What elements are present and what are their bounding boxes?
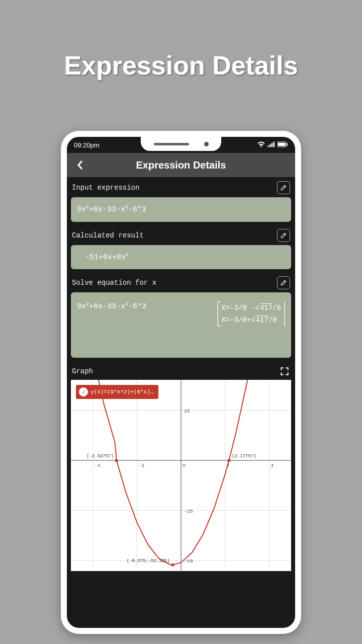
- input-expression-text: 9x2+6x-33-x2-6*3: [77, 205, 146, 214]
- graph-label: Graph: [72, 367, 93, 375]
- svg-text:25: 25: [184, 409, 190, 414]
- input-section-header: Input expression: [67, 177, 295, 197]
- svg-point-24: [227, 459, 230, 462]
- wifi-icon: [257, 141, 265, 149]
- edit-input-button[interactable]: [277, 181, 290, 194]
- signal-icon: [267, 141, 275, 149]
- svg-rect-2: [287, 143, 288, 145]
- graph-legend[interactable]: ✓ y(x)=(9*x^2)+(6*x)…: [76, 385, 158, 399]
- edit-result-button[interactable]: [277, 229, 290, 242]
- solve-solution-2: X=-3/8+√417/8: [221, 315, 281, 325]
- result-label: Calculated result: [72, 231, 144, 239]
- edit-solve-button[interactable]: [277, 276, 290, 289]
- phone-frame: 09:20pm Expression Details Input expr: [61, 131, 301, 634]
- expand-graph-button[interactable]: [279, 366, 290, 377]
- svg-text:-50: -50: [184, 558, 193, 564]
- graph-section-header: Graph: [67, 361, 295, 380]
- svg-text:-4: -4: [95, 463, 101, 468]
- check-icon: ✓: [79, 387, 88, 396]
- legend-text: y(x)=(9*x^2)+(6*x)…: [90, 389, 153, 395]
- page-title: Expression Details: [72, 159, 290, 171]
- calculated-result-text: -51+6x+8x2: [85, 253, 129, 262]
- solve-label: Solve equation for x: [72, 279, 156, 287]
- solve-equation-text: 9x2+6x-33-x2-6*3: [77, 301, 212, 312]
- phone-notch: [141, 137, 221, 151]
- input-expression-box[interactable]: 9x2+6x-33-x2-6*3: [71, 197, 291, 222]
- calculated-result-box[interactable]: -51+6x+8x2: [71, 245, 291, 270]
- battery-icon: [277, 141, 288, 149]
- svg-text:(-0.375;-52.125): (-0.375;-52.125): [127, 558, 170, 564]
- solve-box[interactable]: 9x2+6x-33-x2-6*3 X=-3/8 -√417/8 X=-3/8+√…: [71, 292, 291, 358]
- solve-solution-1: X=-3/8 -√417/8: [221, 303, 281, 312]
- solve-solutions: X=-3/8 -√417/8 X=-3/8+√417/8: [217, 301, 285, 327]
- status-time: 09:20pm: [74, 141, 100, 149]
- graph-plot: -4-202425-25-50(-2.92757)(2.17757)(-0.37…: [71, 380, 291, 571]
- svg-text:(2.17757): (2.17757): [232, 454, 256, 459]
- result-section-header: Calculated result: [67, 225, 295, 245]
- header-bar: Expression Details: [67, 153, 295, 177]
- svg-rect-1: [278, 142, 286, 146]
- solve-section-header: Solve equation for x: [67, 272, 295, 292]
- promo-title: Expression Details: [0, 0, 362, 80]
- svg-point-26: [171, 564, 174, 567]
- graph-canvas[interactable]: -4-202425-25-50(-2.92757)(2.17757)(-0.37…: [71, 380, 291, 571]
- svg-text:-2: -2: [138, 463, 144, 468]
- svg-text:0: 0: [183, 463, 186, 468]
- input-label: Input expression: [72, 184, 139, 192]
- phone-screen: 09:20pm Expression Details Input expr: [67, 137, 295, 628]
- svg-point-22: [115, 459, 118, 462]
- svg-text:(-2.92757): (-2.92757): [86, 454, 114, 459]
- svg-text:4: 4: [270, 463, 274, 468]
- svg-text:-25: -25: [184, 509, 193, 514]
